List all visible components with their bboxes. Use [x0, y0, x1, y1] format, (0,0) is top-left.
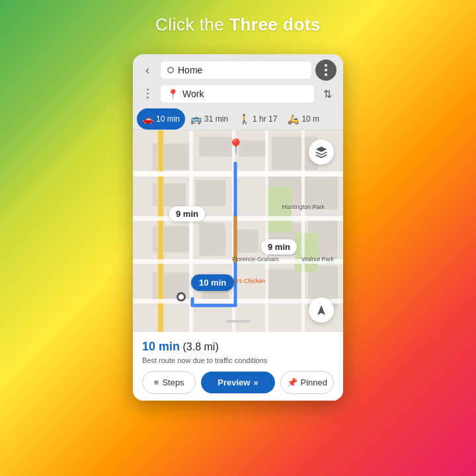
header: ‹ Home 📍 Work ⇅ [133, 54, 343, 108]
destination-input[interactable]: 📍 Work [161, 85, 314, 102]
tab-walk-label: 1 hr 17 [253, 114, 277, 124]
walnut-park-label: Walnut Park [301, 256, 334, 262]
pin-icon: 📍 [167, 89, 178, 99]
badge-9min-right: 9 min [261, 239, 297, 255]
layer-button[interactable] [309, 139, 334, 165]
route-distance: (3.8 mi) [182, 341, 218, 352]
svg-rect-19 [295, 233, 318, 272]
location-arrow-icon [315, 304, 327, 316]
map-area: 110 Huntington Park Walnut Park Florence… [133, 130, 343, 332]
action-buttons: ≡ Steps Preview » 📌 Pinned [142, 371, 334, 394]
tab-transit-label: 31 min [204, 114, 228, 124]
steps-icon: ≡ [154, 377, 159, 387]
bottom-panel: 10 min (3.8 mi) Best route now due to tr… [133, 332, 343, 401]
instruction-highlight: Three dots [229, 15, 321, 34]
route-summary: 10 min (3.8 mi) [142, 340, 334, 354]
scroll-handle [226, 320, 250, 323]
badge-9min-left: 9 min [169, 206, 205, 221]
route-note: Best route now due to traffic conditions [142, 356, 334, 364]
svg-rect-28 [265, 130, 268, 332]
svg-rect-6 [196, 180, 225, 206]
florence-graham-label: Florence-Graham [232, 256, 279, 262]
huntington-park-label: Huntington Park [282, 203, 325, 212]
route-time: 10 min [142, 340, 180, 353]
instruction-text: Click the Three dots [155, 15, 321, 35]
destination-marker: 📍 [227, 139, 245, 154]
preview-chevron-icon: » [253, 377, 258, 387]
origin-input[interactable]: Home [161, 61, 311, 79]
svg-rect-10 [199, 223, 225, 256]
transit-icon: 🚌 [190, 114, 202, 124]
search-row: ‹ Home [133, 54, 343, 85]
svg-rect-22 [133, 171, 343, 177]
dot-3 [325, 73, 327, 76]
pin-small-icon: 📌 [287, 377, 298, 387]
svg-rect-23 [133, 216, 343, 221]
origin-marker [177, 292, 186, 301]
tab-bike[interactable]: 🛵 10 m [282, 108, 325, 130]
drive-icon: 🚗 [142, 114, 153, 124]
layers-icon [315, 145, 328, 159]
preview-button[interactable]: Preview » [201, 372, 274, 393]
dot-1 [325, 64, 327, 67]
tab-walk[interactable]: 🚶 1 hr 17 [233, 108, 282, 130]
back-button[interactable]: ‹ [138, 61, 157, 79]
swap-button[interactable]: ⇅ [318, 85, 337, 103]
steps-label: Steps [162, 377, 184, 387]
dest-row: 📍 Work ⇅ [133, 85, 343, 108]
connector-dots-icon [138, 89, 157, 100]
origin-dot-icon [167, 67, 174, 73]
three-dots-button[interactable] [315, 60, 337, 81]
tab-drive-label: 10 min [156, 114, 180, 124]
steps-button[interactable]: ≡ Steps [142, 371, 196, 394]
walk-icon: 🚶 [239, 114, 250, 124]
svg-rect-16 [265, 269, 301, 302]
tab-drive[interactable]: 🚗 10 min [137, 108, 185, 130]
my-location-button[interactable] [309, 298, 334, 323]
tab-bike-label: 10 m [301, 114, 319, 124]
phone-card: ‹ Home 📍 Work ⇅ 🚗 10 min [133, 54, 343, 401]
pinned-button[interactable]: 📌 Pinned [280, 371, 334, 394]
bike-icon: 🛵 [288, 114, 299, 124]
transport-tabs: 🚗 10 min 🚌 31 min 🚶 1 hr 17 🛵 10 m [133, 108, 343, 130]
svg-rect-11 [235, 229, 258, 253]
tab-transit[interactable]: 🚌 31 min [185, 108, 233, 130]
pinned-label: Pinned [301, 377, 327, 387]
svg-rect-29 [301, 130, 305, 332]
preview-label: Preview [218, 377, 250, 387]
origin-label: Home [178, 65, 202, 75]
dot-2 [325, 69, 327, 71]
destination-label: Work [182, 89, 204, 99]
badge-10min: 10 min [191, 274, 234, 291]
